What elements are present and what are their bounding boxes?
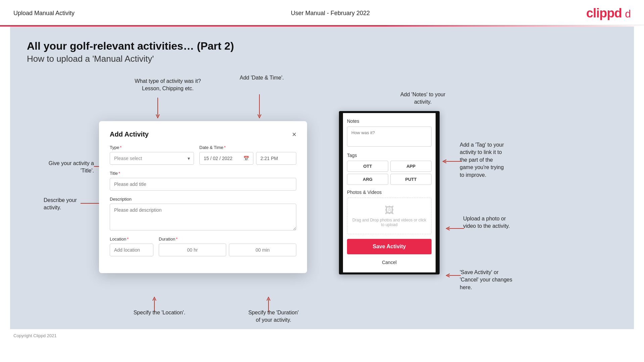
annotation-save-cancel: 'Save Activity' or'Cancel' your changesh… [460,269,547,291]
type-label: Type* [110,145,194,150]
add-activity-modal: Add Activity × Type* Please select ▾ [99,121,307,273]
annotation-datetime: Add 'Date & Time'. [235,74,289,82]
location-field[interactable] [110,244,153,256]
phone-mockup: Notes Tags OTT APP ARG PUTT Photos & Vid… [339,111,440,274]
main-subheading: How to upload a 'Manual Activity' [27,54,617,64]
type-select-wrapper[interactable]: Please select ▾ [110,152,194,165]
upload-box[interactable]: 🖼 Drag and Drop photos and videos or cli… [347,198,432,234]
duration-label: Duration* [159,237,296,242]
annotation-type: What type of activity was it?Lesson, Chi… [131,77,205,93]
annotation-title: Give your activity a'Title'. [37,160,94,175]
notes-field[interactable] [347,126,432,147]
duration-hr-field[interactable] [159,244,226,256]
tag-app[interactable]: APP [390,161,432,172]
tags-grid: OTT APP ARG PUTT [347,161,432,185]
annotation-tag: Add a 'Tag' to youractivity to link it t… [460,141,547,179]
calendar-icon: 📅 [243,156,249,161]
tag-ott[interactable]: OTT [347,161,388,172]
close-button[interactable]: × [292,131,296,138]
page-title: Upload Manual Activity [13,10,75,17]
cancel-button[interactable]: Cancel [347,258,432,267]
title-group: Title* [110,171,296,191]
type-datetime-row: Type* Please select ▾ Date & Time* [110,145,296,165]
photos-section: Photos & Videos 🖼 Drag and Drop photos a… [347,190,432,234]
title-field[interactable] [110,178,296,191]
upload-text: Drag and Drop photos and videos or click… [352,218,426,227]
annotation-describe: Describe youractivity. [44,197,94,212]
type-group: Type* Please select ▾ [110,145,194,165]
datetime-group: Date & Time* 📅 [199,145,296,165]
location-group: Location* [110,237,153,256]
title-row: Title* [110,171,296,191]
notes-section-label: Notes [347,118,432,124]
modal-header: Add Activity × [110,131,296,138]
duration-min-field[interactable] [229,244,296,256]
description-label: Description [110,197,296,202]
tag-arg[interactable]: ARG [347,174,388,185]
description-field[interactable] [110,204,296,230]
date-input-wrapper[interactable]: 📅 [199,152,253,165]
title-label: Title* [110,171,296,176]
duration-inputs [159,244,296,256]
datetime-inputs: 📅 [199,152,296,165]
description-row: Description [110,197,296,230]
annotation-duration: Specify the 'Duration'of your activity. [235,309,312,324]
manual-title: User Manual - February 2022 [291,10,370,17]
description-group: Description [110,197,296,230]
top-bar: Upload Manual Activity User Manual - Feb… [0,0,644,25]
annotation-notes: Add 'Notes' to youractivity. [389,91,456,106]
annotation-location: Specify the 'Location'. [126,309,193,316]
annotation-upload: Upload a photo orvideo to the activity. [463,215,544,230]
date-field[interactable] [204,156,241,161]
duration-group: Duration* [159,237,296,256]
location-duration-row: Location* Duration* [110,237,296,256]
footer: Copyright Clippd 2021 [0,329,644,342]
modal-title: Add Activity [110,131,149,138]
main-content: All your golf-relevant activities… (Part… [10,27,634,329]
upload-icon: 🖼 [351,205,427,216]
save-activity-button[interactable]: Save Activity [347,239,432,254]
location-label: Location* [110,237,153,242]
tag-putt[interactable]: PUTT [390,174,432,185]
copyright: Copyright Clippd 2021 [13,333,57,338]
time-field[interactable] [256,152,296,165]
main-heading: All your golf-relevant activities… (Part… [27,40,617,52]
tags-section-label: Tags [347,153,432,158]
datetime-label: Date & Time* [199,145,296,150]
logo: clippd d [586,6,631,20]
photos-label: Photos & Videos [347,190,432,195]
type-select[interactable]: Please select [110,152,194,165]
